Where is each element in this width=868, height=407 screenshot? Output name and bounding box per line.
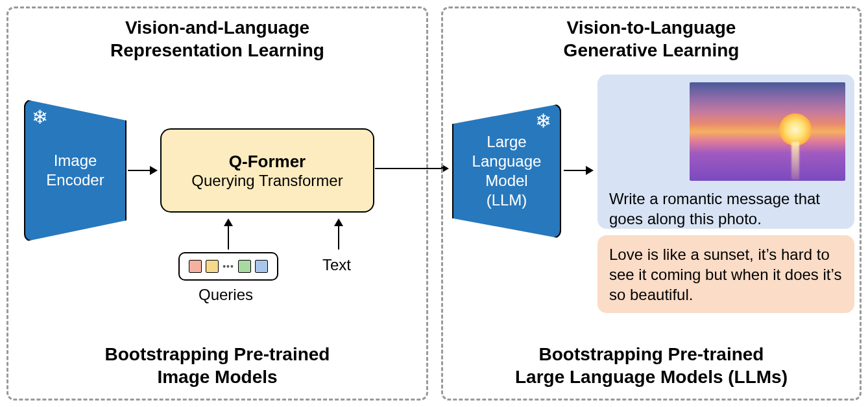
arrow-head-icon	[334, 218, 343, 226]
left-title-line1: Vision-and-Language	[125, 17, 309, 38]
right-title-line1: Vision-to-Language	[567, 17, 736, 38]
snowflake-icon: ❄	[535, 110, 551, 132]
response-text: Love is like a sunset, it’s hard to see …	[609, 246, 841, 303]
qformer-title: Q-Former	[229, 152, 306, 172]
right-footer: Bootstrapping Pre-trained Large Language…	[443, 343, 860, 388]
arrow-queries-to-qformer	[228, 225, 229, 250]
query-token	[255, 260, 268, 273]
ellipsis-icon: •••	[223, 261, 234, 272]
arrow-text-to-qformer	[338, 225, 339, 250]
response-card: Love is like a sunset, it’s hard to see …	[597, 235, 854, 313]
query-token	[206, 260, 219, 273]
panel-representation-learning: Vision-and-Language Representation Learn…	[6, 6, 428, 401]
left-footer-line1: Bootstrapping Pre-trained	[105, 344, 330, 364]
panel-generative-learning: Vision-to-Language Generative Learning L…	[441, 6, 862, 401]
sun-icon	[779, 113, 812, 146]
left-footer: Bootstrapping Pre-trained Image Models	[8, 343, 426, 388]
right-title-line2: Generative Learning	[564, 40, 740, 60]
left-footer-line2: Image Models	[157, 367, 277, 387]
arrow-head-icon	[150, 166, 158, 175]
text-label: Text	[322, 256, 351, 274]
left-title: Vision-and-Language Representation Learn…	[8, 16, 426, 62]
query-token	[189, 260, 202, 273]
glare-icon	[791, 142, 799, 180]
right-footer-line2: Large Language Models (LLMs)	[515, 367, 788, 387]
queries-label: Queries	[199, 286, 253, 304]
llm-label: Large Language Model (LLM)	[472, 132, 542, 210]
right-footer-line1: Bootstrapping Pre-trained	[539, 344, 764, 364]
image-encoder-label: Image Encoder	[46, 151, 104, 190]
arrow-llm-to-output	[564, 170, 587, 171]
arrow-qformer-to-llm	[375, 168, 442, 169]
prompt-card: Write a romantic message that goes along…	[597, 75, 854, 229]
right-title: Vision-to-Language Generative Learning	[443, 16, 860, 62]
queries-tokens: •••	[178, 252, 278, 281]
arrow-head-icon	[586, 166, 594, 175]
left-title-line2: Representation Learning	[110, 40, 324, 60]
query-token	[238, 260, 251, 273]
prompt-text: Write a romantic message that goes along…	[609, 189, 843, 229]
arrow-head-icon	[224, 218, 233, 226]
sunset-image	[690, 82, 845, 181]
qformer-block: Q-Former Querying Transformer	[160, 128, 374, 213]
qformer-subtitle: Querying Transformer	[191, 172, 343, 190]
arrow-encoder-to-qformer	[128, 170, 151, 171]
snowflake-icon: ❄	[32, 106, 48, 128]
